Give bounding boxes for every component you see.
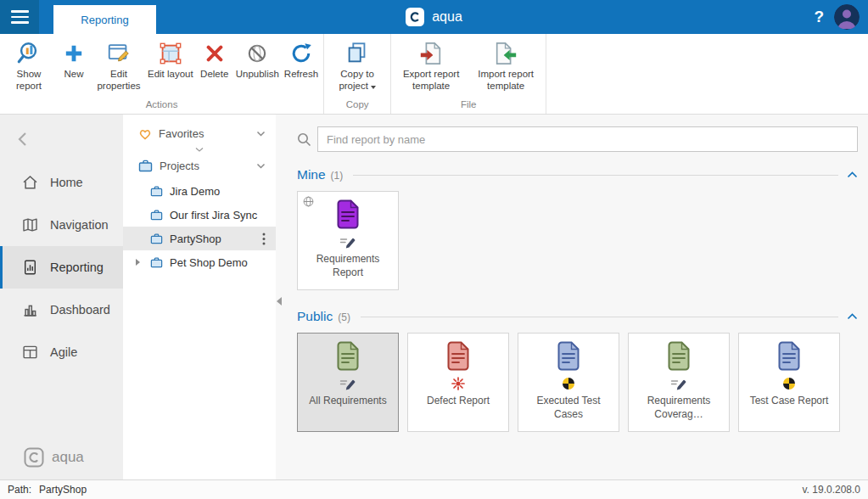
show-report-icon — [16, 38, 42, 69]
item-menu-kebab-icon[interactable] — [262, 233, 269, 245]
show-report-button[interactable]: Show report — [3, 36, 55, 94]
report-doc-icon — [666, 341, 692, 371]
report-chart-icon — [21, 259, 39, 276]
public-cards-row: All Requirements Defect Report Executed … — [297, 333, 858, 432]
chevron-down-icon — [194, 147, 204, 153]
report-card-all-requirements[interactable]: All Requirements — [297, 333, 399, 432]
copy-to-project-button[interactable]: Copy to project — [327, 36, 388, 94]
tab-reporting[interactable]: Reporting — [53, 5, 156, 34]
project-tree-panel: Favorites Projects Jira Demo — [123, 115, 276, 479]
unpublish-button[interactable]: Unpublish — [233, 36, 282, 82]
tab-reporting-label: Reporting — [81, 14, 128, 26]
requirement-module-icon — [339, 235, 356, 249]
project-list: Jira Demo Our first Jira Sync PartyShop — [123, 179, 276, 274]
tree-item-label: Pet Shop Demo — [170, 256, 248, 269]
delete-label: Delete — [200, 69, 228, 81]
tree-item-label: PartyShop — [170, 233, 221, 245]
section-divider — [361, 317, 838, 317]
briefcase-icon — [138, 159, 153, 172]
new-plus-icon — [62, 38, 86, 69]
tree-panel-collapse-button[interactable] — [277, 297, 282, 306]
edit-properties-button[interactable]: Edit properties — [92, 36, 145, 94]
report-card-requirements-report[interactable]: Requirements Report — [297, 191, 399, 290]
favorites-header[interactable]: Favorites — [123, 121, 276, 145]
aqua-logo-icon — [24, 447, 44, 468]
user-avatar[interactable] — [834, 4, 860, 30]
briefcase-icon — [150, 233, 163, 244]
new-button[interactable]: New — [55, 36, 92, 82]
report-search-input[interactable] — [317, 126, 858, 152]
sidebar-item-label: Navigation — [50, 218, 109, 232]
globe-icon — [303, 196, 314, 207]
section-divider — [353, 175, 838, 176]
tree-item-pet-shop-demo[interactable]: Pet Shop Demo — [123, 250, 276, 274]
report-doc-icon — [776, 341, 802, 371]
testcase-module-icon — [782, 377, 796, 390]
sidebar-item-reporting[interactable]: Reporting — [0, 246, 123, 289]
report-card-label: Test Case Report — [746, 395, 833, 408]
report-card-label: All Requirements — [305, 395, 390, 408]
sidebar-item-label: Home — [50, 176, 83, 189]
chevron-down-icon[interactable] — [256, 163, 266, 169]
delete-button[interactable]: Delete — [196, 36, 233, 82]
sidebar-collapse-button[interactable] — [17, 132, 27, 150]
sidebar-item-label: Agile — [50, 345, 77, 359]
sidebar-item-navigation[interactable]: Navigation — [0, 204, 123, 246]
projects-header[interactable]: Projects — [123, 154, 276, 177]
import-report-template-icon — [493, 38, 518, 69]
collapse-section-button[interactable] — [847, 313, 858, 320]
ribbon-group-file-label: File — [394, 97, 543, 114]
search-icon — [297, 132, 311, 147]
refresh-icon — [289, 38, 313, 69]
report-doc-icon — [556, 341, 581, 371]
edit-layout-button[interactable]: Edit layout — [145, 36, 196, 82]
tree-item-jira-demo[interactable]: Jira Demo — [123, 179, 276, 203]
status-path-label: Path: — [8, 484, 31, 496]
show-report-label: Show report — [5, 69, 53, 93]
avatar-person-icon — [834, 4, 860, 30]
hamburger-menu-button[interactable] — [0, 0, 39, 34]
map-icon — [21, 216, 39, 233]
export-report-template-label: Export report template — [396, 69, 466, 93]
tree-item-our-first-jira-sync[interactable]: Our first Jira Sync — [123, 203, 276, 227]
tree-splitter-handle[interactable] — [123, 145, 276, 154]
refresh-button[interactable]: Refresh — [282, 36, 321, 82]
app-title: aqua — [432, 9, 462, 25]
chevron-up-icon — [847, 171, 858, 178]
defect-module-icon — [451, 377, 465, 390]
report-card-label: Requirements Coverag… — [629, 395, 729, 421]
top-bar: Reporting aqua ? — [0, 0, 868, 34]
sidebar-nav: Home Navigation Reporting Dashboard Agil… — [0, 161, 123, 373]
tree-item-partyshop[interactable]: PartyShop — [123, 227, 276, 250]
report-doc-icon — [335, 341, 361, 371]
chevron-left-icon — [17, 132, 27, 147]
copy-to-project-icon — [344, 38, 370, 69]
report-card-executed-test-cases[interactable]: Executed Test Cases — [518, 333, 619, 432]
expand-arrow-icon[interactable] — [136, 259, 140, 266]
testcase-module-icon — [562, 377, 575, 390]
requirement-module-icon — [670, 377, 687, 390]
bar-chart-icon — [21, 301, 39, 318]
main-sidebar: Home Navigation Reporting Dashboard Agil… — [0, 115, 123, 479]
collapse-section-button[interactable] — [847, 171, 858, 178]
requirement-module-icon — [339, 377, 356, 390]
heart-icon — [138, 127, 152, 140]
refresh-label: Refresh — [284, 69, 318, 81]
export-report-template-button[interactable]: Export report template — [394, 36, 468, 94]
report-card-test-case-report[interactable]: Test Case Report — [738, 333, 840, 432]
sidebar-item-agile[interactable]: Agile — [0, 331, 123, 373]
import-report-template-label: Import report template — [471, 69, 540, 93]
report-search-bar — [297, 126, 858, 152]
projects-label: Projects — [160, 160, 199, 172]
status-version: v. 19.0.208.0 — [803, 484, 861, 496]
chevron-down-icon[interactable] — [256, 131, 266, 137]
help-button[interactable]: ? — [814, 0, 824, 34]
report-card-requirements-coverage[interactable]: Requirements Coverag… — [628, 333, 730, 432]
import-report-template-button[interactable]: Import report template — [468, 36, 543, 94]
sidebar-item-dashboard[interactable]: Dashboard — [0, 289, 123, 331]
sidebar-item-home[interactable]: Home — [0, 161, 123, 204]
copy-to-project-label: Copy to project — [329, 69, 385, 93]
report-card-defect-report[interactable]: Defect Report — [407, 333, 509, 432]
report-doc-icon — [335, 199, 361, 229]
briefcase-icon — [150, 256, 163, 268]
